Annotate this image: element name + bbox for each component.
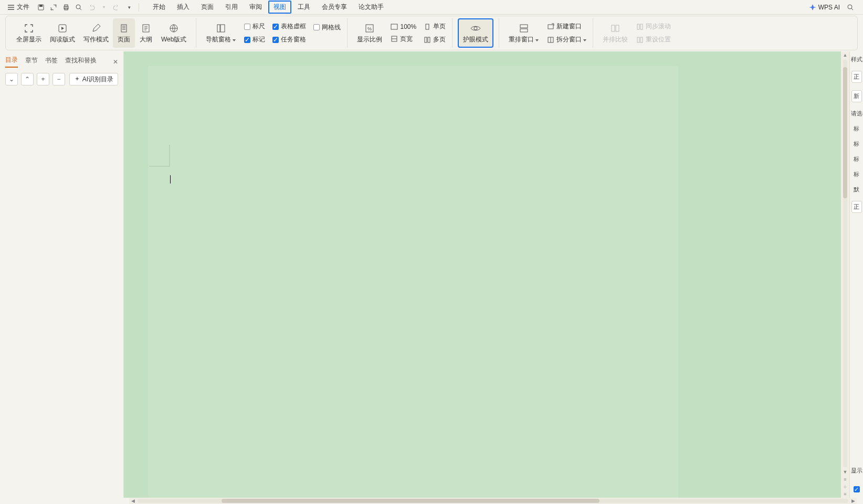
nav-add-button[interactable]: + xyxy=(37,73,49,85)
hscroll-thumb[interactable] xyxy=(222,499,599,503)
ai-toc-button[interactable]: AI识别目录 xyxy=(69,73,118,85)
scroll-thumb[interactable] xyxy=(843,67,847,198)
svg-point-6 xyxy=(848,5,852,9)
zoom-button[interactable]: % 显示比例 xyxy=(353,18,386,48)
svg-rect-25 xyxy=(612,25,615,31)
globe-icon xyxy=(168,23,180,34)
svg-rect-12 xyxy=(220,25,225,32)
svg-rect-29 xyxy=(637,37,639,42)
reading-mode-button[interactable]: 阅读版式 xyxy=(46,18,79,48)
style-list-2[interactable]: 标 xyxy=(854,140,859,148)
reset-position-icon xyxy=(636,36,644,44)
style-list-4[interactable]: 标 xyxy=(854,170,859,178)
redo-icon[interactable] xyxy=(112,3,121,12)
marks-checkbox[interactable]: ✓标记 xyxy=(243,35,266,45)
wps-ai-label: WPS AI xyxy=(818,4,840,11)
tab-tools[interactable]: 工具 xyxy=(292,1,315,14)
nav-expand-button[interactable]: ⌄ xyxy=(5,73,18,85)
zoom-100-button[interactable]: 100% xyxy=(390,23,417,31)
single-page-icon xyxy=(424,23,431,30)
svg-rect-17 xyxy=(426,24,429,29)
style-list-3[interactable]: 标 xyxy=(854,155,859,163)
search-icon[interactable] xyxy=(846,3,855,12)
save-icon[interactable] xyxy=(37,3,45,12)
nav-pane-icon xyxy=(215,23,227,34)
vertical-scrollbar[interactable]: ▲ ▼ ≡ ○ ≡ xyxy=(841,51,849,498)
tab-page[interactable]: 页面 xyxy=(196,1,219,14)
undo-dropdown-icon[interactable]: ▾ xyxy=(100,3,108,12)
nav-tab-find-replace[interactable]: 查找和替换 xyxy=(65,56,97,67)
task-pane-label: 任务窗格 xyxy=(281,35,306,44)
tab-thesis[interactable]: 论文助手 xyxy=(353,1,389,14)
svg-rect-18 xyxy=(425,37,427,42)
nav-tab-toc[interactable]: 目录 xyxy=(5,56,18,68)
arrange-button[interactable]: 重排窗口 xyxy=(504,18,543,48)
multi-page-button[interactable]: 多页 xyxy=(423,35,447,45)
single-page-button[interactable]: 单页 xyxy=(423,22,447,31)
wps-ai-button[interactable]: WPS AI xyxy=(809,4,840,11)
eye-care-button[interactable]: 护眼模式 xyxy=(458,18,493,48)
menubar-right: WPS AI xyxy=(809,3,859,12)
document-canvas[interactable]: ▲ ▼ ≡ ○ ≡ xyxy=(124,51,849,498)
fullscreen-icon xyxy=(23,23,35,34)
tab-insert[interactable]: 插入 xyxy=(172,1,195,14)
scroll-left-icon[interactable]: ◀ xyxy=(129,498,136,503)
web-layout-button[interactable]: Web版式 xyxy=(157,18,191,48)
undo-icon[interactable] xyxy=(87,3,96,12)
style-list-1[interactable]: 标 xyxy=(854,125,859,133)
quick-access-toolbar: ▾ ▾ xyxy=(37,3,139,12)
side-by-side-button[interactable]: 并排比较 xyxy=(598,18,632,48)
horizontal-scrollbar[interactable]: ◀ ▶ xyxy=(129,498,857,504)
next-page-icon[interactable]: ≡ xyxy=(841,490,849,498)
print-preview-icon[interactable] xyxy=(75,3,83,12)
style-item-normal[interactable]: 正 xyxy=(851,71,862,83)
nav-close-icon[interactable]: ✕ xyxy=(113,58,118,66)
nav-collapse-button[interactable]: ⌃ xyxy=(21,73,34,85)
scroll-up-icon[interactable]: ▲ xyxy=(841,51,849,59)
styles-show-checkbox[interactable]: ✓ xyxy=(854,486,860,492)
style-list-5[interactable]: 默 xyxy=(854,186,859,194)
fullscreen-button[interactable]: 全屏显示 xyxy=(12,18,46,48)
nav-remove-button[interactable]: − xyxy=(52,73,65,85)
hscroll-track[interactable] xyxy=(138,499,848,503)
page-area[interactable] xyxy=(148,66,678,498)
scroll-down-icon[interactable]: ▼ xyxy=(841,468,849,476)
new-window-button[interactable]: 新建窗口 xyxy=(546,22,587,31)
nav-tab-chapter[interactable]: 章节 xyxy=(25,56,38,67)
scroll-right-icon[interactable]: ▶ xyxy=(849,498,857,503)
table-frame-checkbox[interactable]: ✓表格虚框 xyxy=(271,22,307,31)
scroll-track[interactable] xyxy=(843,60,847,467)
tab-reference[interactable]: 引用 xyxy=(220,1,243,14)
nav-tab-bookmark[interactable]: 书签 xyxy=(45,56,58,67)
print-icon[interactable] xyxy=(62,3,70,12)
browse-object-icon[interactable]: ○ xyxy=(841,483,849,490)
tab-view[interactable]: 视图 xyxy=(268,1,291,14)
tab-start[interactable]: 开始 xyxy=(148,1,171,14)
sync-icon[interactable] xyxy=(49,3,58,12)
nav-pane-label: 导航窗格 xyxy=(206,35,236,44)
fullscreen-label: 全屏显示 xyxy=(16,35,41,44)
percent-icon: % xyxy=(364,23,375,34)
outline-button[interactable]: 大纲 xyxy=(135,18,157,48)
side-by-side-label: 并排比较 xyxy=(603,35,628,44)
file-menu[interactable]: 文件 xyxy=(4,2,33,13)
ruler-checkbox[interactable]: 标尺 xyxy=(243,22,266,31)
nav-pane-button[interactable]: 导航窗格 xyxy=(202,18,240,48)
split-window-button[interactable]: 拆分窗口 xyxy=(546,35,587,45)
file-menu-label: 文件 xyxy=(17,3,29,12)
gridlines-checkbox[interactable]: 网格线 xyxy=(312,23,342,33)
style-list-6[interactable]: 正 xyxy=(851,201,862,213)
page-width-button[interactable]: 页宽 xyxy=(390,34,417,44)
task-pane-checkbox[interactable]: ✓任务窗格 xyxy=(271,35,307,45)
qat-more-icon[interactable]: ▾ xyxy=(125,3,133,12)
split-label: 拆分窗口 xyxy=(556,35,586,44)
menu-icon xyxy=(7,4,15,10)
outline-icon xyxy=(140,23,152,34)
wps-ai-icon xyxy=(809,4,816,11)
tab-review[interactable]: 审阅 xyxy=(244,1,267,14)
style-item-new[interactable]: 新 xyxy=(851,90,862,102)
prev-page-icon[interactable]: ≡ xyxy=(841,476,849,483)
writing-mode-button[interactable]: 写作模式 xyxy=(79,18,113,48)
page-layout-button[interactable]: 页面 xyxy=(113,18,135,48)
tab-member[interactable]: 会员专享 xyxy=(317,1,352,14)
